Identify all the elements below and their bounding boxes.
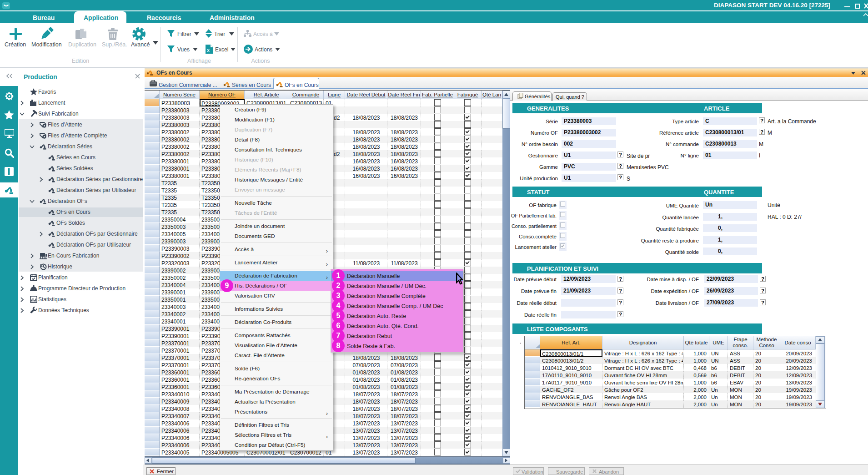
svg-text:x: x [207, 48, 210, 53]
